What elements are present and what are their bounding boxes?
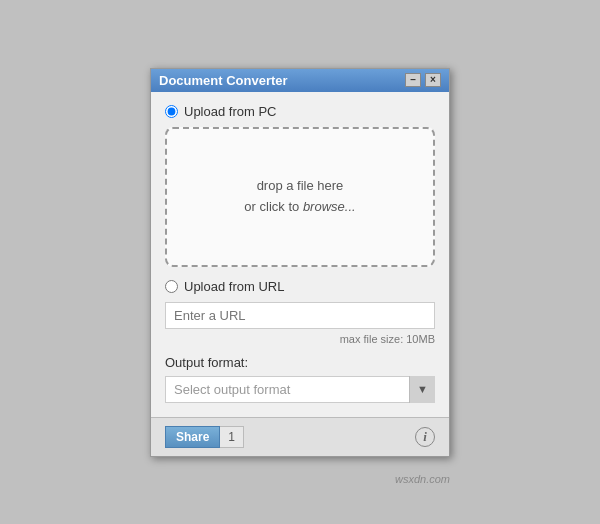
watermark: wsxdn.com [395, 473, 450, 485]
upload-url-label: Upload from URL [184, 279, 284, 294]
upload-url-radio[interactable] [165, 280, 178, 293]
share-button[interactable]: Share [165, 426, 220, 448]
dialog-wrapper: Document Converter – × Upload from PC dr… [150, 68, 450, 457]
dialog-title: Document Converter [159, 73, 288, 88]
minimize-button[interactable]: – [405, 73, 421, 87]
close-button[interactable]: × [425, 73, 441, 87]
dialog-footer: Share 1 i [151, 417, 449, 456]
upload-pc-row: Upload from PC [165, 104, 435, 119]
url-input[interactable] [165, 302, 435, 329]
drop-zone-text: drop a file here or click to browse... [244, 176, 355, 218]
share-count: 1 [220, 426, 244, 448]
max-file-info: max file size: 10MB [165, 333, 435, 345]
upload-url-row: Upload from URL [165, 279, 435, 294]
title-bar: Document Converter – × [151, 69, 449, 92]
document-converter-dialog: Document Converter – × Upload from PC dr… [150, 68, 450, 457]
info-button[interactable]: i [415, 427, 435, 447]
format-select[interactable]: Select output format PDF DOCX TXT HTML [165, 376, 435, 403]
share-group: Share 1 [165, 426, 244, 448]
drop-zone[interactable]: drop a file here or click to browse... [165, 127, 435, 267]
dialog-content: Upload from PC drop a file here or click… [151, 92, 449, 417]
upload-pc-label: Upload from PC [184, 104, 276, 119]
drop-line1: drop a file here [257, 178, 344, 193]
drop-line2-browse: browse... [303, 199, 356, 214]
title-bar-buttons: – × [405, 73, 441, 87]
drop-line2-prefix: or click to [244, 199, 303, 214]
format-select-wrapper: Select output format PDF DOCX TXT HTML ▼ [165, 376, 435, 403]
output-format-label: Output format: [165, 355, 435, 370]
upload-pc-radio[interactable] [165, 105, 178, 118]
